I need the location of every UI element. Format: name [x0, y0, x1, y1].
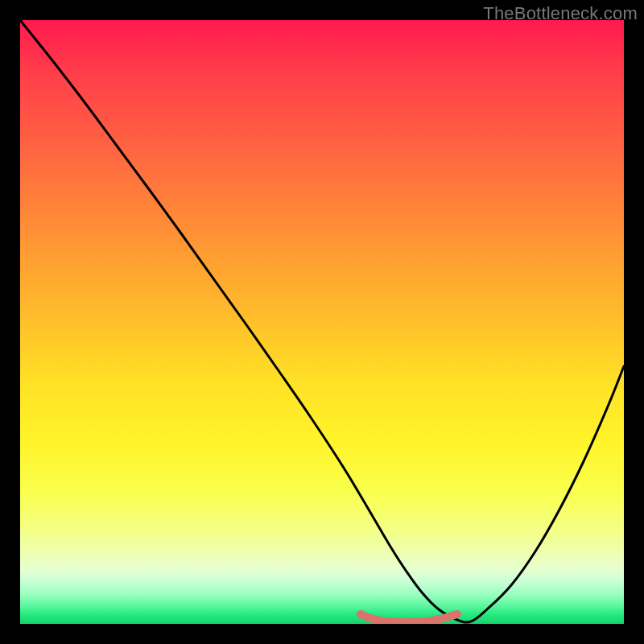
bottleneck-curve-svg: [20, 20, 624, 624]
watermark-text: TheBottleneck.com: [483, 3, 638, 24]
optimal-zone-marker: [361, 614, 457, 622]
bottleneck-curve: [20, 20, 624, 622]
chart-frame: TheBottleneck.com: [0, 0, 644, 644]
plot-area: [20, 20, 624, 624]
